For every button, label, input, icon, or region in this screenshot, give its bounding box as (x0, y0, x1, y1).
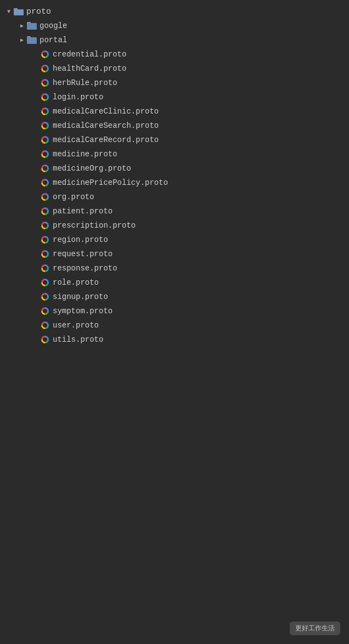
tree-item-credential[interactable]: credential.proto (0, 47, 349, 61)
proto-icon-symptom (40, 306, 50, 317)
item-label-credential: credential.proto (53, 50, 126, 59)
proto-icon-response (40, 263, 50, 274)
tree-item-login[interactable]: login.proto (0, 90, 349, 104)
tree-item-patient[interactable]: patient.proto (0, 204, 349, 218)
svg-point-9 (44, 53, 47, 56)
tree-item-response[interactable]: response.proto (0, 261, 349, 275)
svg-point-24 (44, 267, 47, 270)
item-label-medicalCareClinic: medicalCareClinic.proto (53, 107, 159, 116)
tree-item-region[interactable]: region.proto (0, 233, 349, 247)
proto-icon-role (40, 277, 50, 288)
proto-icon-region (40, 234, 50, 245)
proto-icon-medicalCareClinic (40, 106, 50, 117)
tree-item-signup[interactable]: signup.proto (0, 290, 349, 304)
svg-rect-8 (27, 37, 37, 44)
tree-root-proto[interactable]: proto (0, 4, 349, 19)
svg-point-18 (44, 182, 47, 184)
svg-point-19 (44, 196, 47, 199)
svg-point-14 (44, 125, 47, 127)
svg-point-25 (44, 281, 47, 284)
svg-point-29 (44, 338, 47, 341)
proto-icon-org (40, 191, 50, 202)
tree-items-container: google portal credential.proto (0, 19, 349, 347)
item-label-request: request.proto (53, 250, 112, 258)
tree-item-org[interactable]: org.proto (0, 190, 349, 204)
item-label-medicinePricePolicy: medicinePricePolicy.proto (53, 178, 168, 187)
item-label-healthcard: healthCard.proto (53, 64, 126, 73)
svg-point-16 (44, 153, 47, 156)
item-label-response: response.proto (53, 264, 117, 273)
tree-item-symptom[interactable]: symptom.proto (0, 304, 349, 318)
svg-point-23 (44, 253, 47, 256)
proto-icon-medicalCareRecord (40, 134, 50, 145)
item-label-region: region.proto (53, 235, 108, 244)
svg-point-13 (44, 110, 47, 113)
tree-item-role[interactable]: role.proto (0, 275, 349, 290)
proto-icon-healthcard (40, 63, 50, 74)
tree-item-utils[interactable]: utils.proto (0, 332, 349, 347)
file-tree: proto google portal (0, 0, 349, 351)
item-label-medicineOrg: medicineOrg.proto (53, 164, 131, 173)
tree-item-request[interactable]: request.proto (0, 247, 349, 261)
tree-item-prescription[interactable]: prescription.proto (0, 218, 349, 233)
tree-item-google[interactable]: google (0, 19, 349, 33)
root-label: proto (26, 7, 51, 16)
item-label-portal: portal (40, 36, 67, 44)
proto-icon-utils (40, 334, 50, 345)
item-label-org: org.proto (53, 193, 94, 201)
svg-point-27 (44, 310, 47, 313)
folder-icon-proto (13, 7, 24, 16)
item-label-symptom: symptom.proto (53, 307, 112, 315)
svg-point-10 (44, 67, 47, 70)
proto-icon-prescription (40, 220, 50, 231)
item-label-utils: utils.proto (53, 335, 103, 344)
item-label-medicine: medicine.proto (53, 150, 117, 159)
svg-point-22 (44, 239, 47, 241)
svg-rect-5 (27, 23, 37, 30)
svg-point-15 (44, 139, 47, 142)
arrow-google (18, 21, 26, 30)
folder-icon-portal (26, 36, 37, 44)
svg-point-20 (44, 210, 47, 213)
proto-icon-medicalCareSearch (40, 120, 50, 131)
proto-icon-signup (40, 291, 50, 302)
svg-point-17 (44, 167, 47, 170)
tree-item-medicalCareSearch[interactable]: medicalCareSearch.proto (0, 118, 349, 133)
tree-item-medicine[interactable]: medicine.proto (0, 147, 349, 161)
item-label-user: user.proto (53, 321, 99, 330)
tree-item-medicinePricePolicy[interactable]: medicinePricePolicy.proto (0, 176, 349, 190)
proto-icon-user (40, 320, 50, 331)
tree-item-medicineOrg[interactable]: medicineOrg.proto (0, 161, 349, 176)
tree-item-user[interactable]: user.proto (0, 318, 349, 332)
svg-rect-2 (14, 9, 24, 15)
item-label-prescription: prescription.proto (53, 221, 136, 230)
tree-item-portal[interactable]: portal (0, 33, 349, 47)
svg-point-11 (44, 82, 47, 84)
item-label-role: role.proto (53, 278, 99, 287)
svg-point-12 (44, 96, 47, 99)
item-label-patient: patient.proto (53, 207, 112, 216)
item-label-medicalCareSearch: medicalCareSearch.proto (53, 121, 159, 130)
proto-icon-credential (40, 49, 50, 60)
arrow-proto (4, 7, 13, 16)
tree-item-healthcard[interactable]: healthCard.proto (0, 61, 349, 76)
proto-icon-patient (40, 206, 50, 217)
item-label-herbRule: herbRule.proto (53, 78, 117, 87)
proto-icon-request (40, 248, 50, 259)
proto-icon-medicinePricePolicy (40, 177, 50, 188)
item-label-medicalCareRecord: medicalCareRecord.proto (53, 135, 159, 144)
tree-item-medicalCareRecord[interactable]: medicalCareRecord.proto (0, 133, 349, 147)
svg-point-26 (44, 296, 47, 298)
svg-point-28 (44, 324, 47, 327)
folder-icon-google (26, 21, 37, 30)
tree-item-herbRule[interactable]: herbRule.proto (0, 76, 349, 90)
arrow-portal (18, 36, 26, 44)
proto-icon-herbRule (40, 77, 50, 88)
item-label-login: login.proto (53, 93, 103, 101)
tree-item-medicalCareClinic[interactable]: medicalCareClinic.proto (0, 104, 349, 118)
watermark: 更好工作生活 (290, 622, 340, 635)
item-label-signup: signup.proto (53, 292, 108, 301)
item-label-google: google (40, 21, 67, 30)
svg-point-21 (44, 224, 47, 227)
proto-icon-login (40, 92, 50, 103)
